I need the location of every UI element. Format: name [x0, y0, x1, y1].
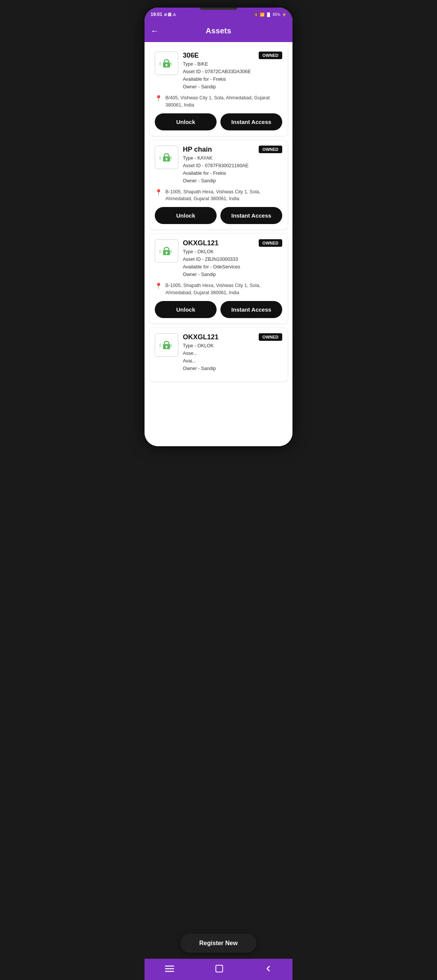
- status-bar-right: 🔇 📶 ▐▌ 85% ⚡: [254, 13, 286, 17]
- asset-owner-1: Owner - Sandip: [183, 83, 259, 91]
- asset-owner-2: Owner - Sandip: [183, 177, 259, 185]
- owned-badge-4: OWNED: [259, 333, 282, 341]
- svg-rect-13: [166, 253, 167, 254]
- asset-header-2: (( )) HP chain Type - KAYAK: [155, 146, 282, 185]
- asset-card-2: (( )) HP chain Type - KAYAK: [149, 140, 288, 230]
- charging-icon: ⚡: [282, 13, 286, 17]
- asset-name-3: OKXGL121: [183, 239, 259, 247]
- location-pin-icon-3: 📍: [155, 282, 163, 290]
- content: (( )) 306E: [145, 42, 292, 446]
- asset-icon-2: (( )): [155, 146, 178, 169]
- svg-text:)): )): [170, 344, 172, 347]
- page-title: Assets: [206, 27, 231, 35]
- asset-actions-3: Unlock Instant Access: [155, 301, 282, 318]
- location-pin-icon-2: 📍: [155, 189, 163, 196]
- asset-name-1: 306E: [183, 52, 259, 59]
- battery: 85%: [273, 13, 280, 17]
- asset-location-1: 📍 B/405, Vishwas City 1, Sola, Ahmedabad…: [155, 94, 282, 109]
- asset-type-3: Type - OKLOK: [183, 248, 259, 256]
- asset-name-4: OKXGL121: [183, 333, 259, 341]
- location-pin-icon-1: 📍: [155, 95, 163, 102]
- asset-owner-4: Owner - Sandip: [183, 365, 259, 372]
- asset-header-left-3: (( )) OKXGL121 Type - OKLOK: [155, 239, 259, 278]
- back-button[interactable]: ←: [151, 26, 159, 36]
- instant-access-button-1[interactable]: Instant Access: [220, 113, 282, 130]
- asset-header-1: (( )) 306E: [155, 52, 282, 91]
- asset-available-1: Available for - Frekis: [183, 75, 259, 83]
- unlock-button-1[interactable]: Unlock: [155, 113, 217, 130]
- svg-rect-3: [166, 65, 167, 66]
- svg-rect-18: [166, 347, 167, 348]
- asset-actions-2: Unlock Instant Access: [155, 207, 282, 224]
- asset-available-3: Available for - OdeServices: [183, 263, 259, 271]
- asset-actions-1: Unlock Instant Access: [155, 113, 282, 130]
- back-icon: ←: [151, 26, 159, 36]
- asset-card-1: (( )) 306E: [149, 46, 288, 136]
- asset-header-left-1: (( )) 306E: [155, 52, 259, 91]
- lock-icon-svg-1: (( )): [159, 55, 174, 71]
- asset-icon-4: (( )): [155, 333, 178, 357]
- svg-text:((: ((: [159, 156, 162, 160]
- svg-text:((: ((: [159, 62, 162, 65]
- svg-text:((: ((: [159, 250, 162, 253]
- owned-badge-2: OWNED: [259, 146, 282, 153]
- asset-id-3: Asset ID - ZBJN10000333: [183, 256, 259, 263]
- unlock-button-3[interactable]: Unlock: [155, 301, 217, 318]
- asset-id-1: Asset ID - 07872CAB33DA306E: [183, 68, 259, 75]
- asset-type-4: Type - OKLOK: [183, 342, 259, 350]
- signal-icon: ▐▌: [266, 13, 271, 17]
- svg-text:((: ((: [159, 344, 162, 347]
- asset-location-3: 📍 B-1005, Shapath Hexa, Vishwas City 1, …: [155, 282, 282, 296]
- lock-icon-svg-2: (( )): [159, 150, 174, 165]
- lock-icon-svg-3: (( )): [159, 243, 174, 259]
- owned-badge-3: OWNED: [259, 239, 282, 247]
- asset-info-3: OKXGL121 Type - OKLOK Asset ID - ZBJN100…: [183, 239, 259, 278]
- location-text-3: B-1005, Shapath Hexa, Vishwas City 1, So…: [165, 282, 282, 296]
- unlock-button-2[interactable]: Unlock: [155, 207, 217, 224]
- svg-text:)): )): [170, 156, 172, 160]
- location-text-1: B/405, Vishwas City 1, Sola, Ahmedabad, …: [165, 94, 282, 109]
- asset-id-2: Asset ID - 0787F830021160AE: [183, 162, 259, 169]
- asset-location-2: 📍 B-1005, Shapath Hexa, Vishwas City 1, …: [155, 188, 282, 203]
- svg-text:)): )): [170, 250, 172, 253]
- asset-header-left-2: (( )) HP chain Type - KAYAK: [155, 146, 259, 185]
- asset-icon-1: (( )): [155, 52, 178, 75]
- asset-available-4: Avai...: [183, 357, 259, 365]
- mute-icon: 🔇: [254, 13, 258, 17]
- asset-owner-3: Owner - Sandip: [183, 271, 259, 278]
- asset-header-3: (( )) OKXGL121 Type - OKLOK: [155, 239, 282, 278]
- asset-info-1: 306E Type - BIKE Asset ID - 07872CAB33DA…: [183, 52, 259, 91]
- lock-icon-svg-4: (( )): [159, 337, 174, 353]
- asset-card-3: (( )) OKXGL121 Type - OKLOK: [149, 234, 288, 324]
- asset-header-4: (( )) OKXGL121 Type - OKLOK: [155, 333, 282, 372]
- location-text-2: B-1005, Shapath Hexa, Vishwas City 1, So…: [165, 188, 282, 203]
- svg-rect-8: [166, 159, 167, 161]
- asset-type-2: Type - KAYAK: [183, 154, 259, 162]
- asset-info-4: OKXGL121 Type - OKLOK Asse... Avai... Ow…: [183, 333, 259, 372]
- notification-icons: ⊘ 🖼 ⚠: [164, 13, 176, 17]
- notch: [199, 8, 238, 10]
- phone-frame: 19:01 ⊘ 🖼 ⚠ 🔇 📶 ▐▌ 85% ⚡ ← Assets: [145, 8, 292, 446]
- asset-card-4: (( )) OKXGL121 Type - OKLOK: [149, 328, 288, 382]
- asset-header-left-4: (( )) OKXGL121 Type - OKLOK: [155, 333, 259, 372]
- status-bar-left: 19:01 ⊘ 🖼 ⚠: [151, 12, 176, 17]
- instant-access-button-2[interactable]: Instant Access: [220, 207, 282, 224]
- asset-info-2: HP chain Type - KAYAK Asset ID - 0787F83…: [183, 146, 259, 185]
- asset-type-1: Type - BIKE: [183, 60, 259, 68]
- asset-name-2: HP chain: [183, 146, 259, 154]
- asset-available-2: Available for - Frekis: [183, 169, 259, 177]
- instant-access-button-3[interactable]: Instant Access: [220, 301, 282, 318]
- header: ← Assets: [145, 21, 292, 42]
- svg-text:)): )): [170, 62, 172, 65]
- time: 19:01: [151, 12, 163, 17]
- asset-id-4: Asse...: [183, 350, 259, 357]
- wifi-icon: 📶: [260, 13, 265, 17]
- owned-badge-1: OWNED: [259, 52, 282, 59]
- asset-icon-3: (( )): [155, 239, 178, 263]
